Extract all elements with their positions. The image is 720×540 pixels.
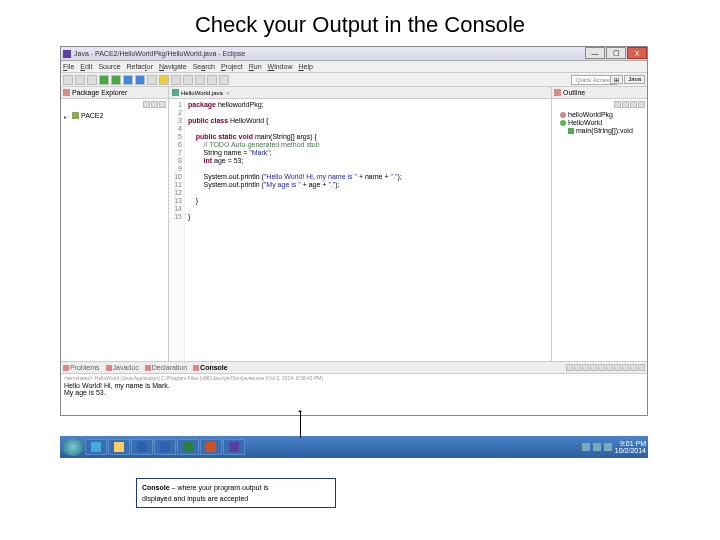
line-gutter: 123456789101112131415	[169, 99, 185, 361]
open-console-icon[interactable]	[622, 364, 629, 371]
bottom-panel: Problems Javadoc Declaration Console <te…	[61, 361, 647, 416]
start-button[interactable]	[62, 438, 84, 456]
windows-taskbar: 9:01 PM 10/2/2014	[60, 436, 648, 458]
maximize-button[interactable]: ▢	[606, 47, 626, 59]
outline-panel: Outline helloWorldPkg HelloWorld main(St…	[551, 87, 647, 361]
java-perspective-button[interactable]: Java	[624, 75, 645, 84]
package-explorer-body: ▸ PACE2	[61, 109, 168, 361]
sort-icon[interactable]	[614, 101, 621, 108]
back-icon[interactable]	[207, 75, 217, 85]
minimize-button[interactable]: —	[585, 47, 605, 59]
open-type-icon[interactable]	[147, 75, 157, 85]
taskbar-excel[interactable]	[177, 439, 199, 455]
outline-tab[interactable]: Outline	[552, 87, 647, 99]
remove-launch-icon[interactable]	[574, 364, 581, 371]
tab-declaration[interactable]: Declaration	[145, 364, 187, 371]
outline-icon	[554, 89, 561, 96]
expand-icon[interactable]: ▸	[64, 113, 70, 119]
tray-volume-icon[interactable]	[604, 443, 612, 451]
editor-panel: HelloWorld.java × 123456789101112131415 …	[169, 87, 551, 361]
tray-flag-icon[interactable]	[582, 443, 590, 451]
new-icon[interactable]	[63, 75, 73, 85]
tray-time[interactable]: 9:01 PM	[615, 440, 646, 447]
taskbar-word[interactable]	[154, 439, 176, 455]
editor-tab[interactable]: HelloWorld.java ×	[169, 87, 551, 99]
taskbar-ie[interactable]	[85, 439, 107, 455]
menu-run[interactable]: Run	[249, 63, 262, 70]
terminate-icon[interactable]	[566, 364, 573, 371]
scroll-lock-icon[interactable]	[598, 364, 605, 371]
javadoc-icon	[106, 365, 112, 371]
editor-body[interactable]: 123456789101112131415 package helloworld…	[169, 99, 551, 361]
excel-icon	[183, 442, 193, 452]
tab-javadoc[interactable]: Javadoc	[106, 364, 139, 371]
menu-search[interactable]: Search	[193, 63, 215, 70]
ie-icon	[91, 442, 101, 452]
hide-static-icon[interactable]	[630, 101, 637, 108]
tab-problems[interactable]: Problems	[63, 364, 100, 371]
console-output-line: My age is 53.	[64, 389, 644, 396]
mark-occurrences-icon[interactable]	[183, 75, 193, 85]
menu-project[interactable]: Project	[221, 63, 243, 70]
tree-item-project[interactable]: ▸ PACE2	[63, 111, 166, 120]
annotation-icon[interactable]	[195, 75, 205, 85]
collapse-all-icon[interactable]	[143, 101, 150, 108]
menu-file[interactable]: File	[63, 63, 74, 70]
menu-edit[interactable]: Edit	[80, 63, 92, 70]
minimize-view-icon[interactable]	[630, 364, 637, 371]
link-editor-icon[interactable]	[151, 101, 158, 108]
menu-refactor[interactable]: Refactor	[127, 63, 153, 70]
forward-icon[interactable]	[219, 75, 229, 85]
taskbar-outlook[interactable]	[131, 439, 153, 455]
hide-fields-icon[interactable]	[622, 101, 629, 108]
outline-item[interactable]: helloWorldPkg	[554, 111, 645, 119]
tray-date[interactable]: 10/2/2014	[615, 447, 646, 454]
system-tray: 9:01 PM 10/2/2014	[582, 440, 646, 454]
package-explorer-tab[interactable]: Package Explorer	[61, 87, 168, 99]
pin-console-icon[interactable]	[606, 364, 613, 371]
editor-tab-label: HelloWorld.java	[181, 90, 223, 96]
save-all-icon[interactable]	[87, 75, 97, 85]
menu-window[interactable]: Window	[268, 63, 293, 70]
console-header: <terminated> HelloWorld [Java Applicatio…	[64, 375, 644, 382]
taskbar-eclipse[interactable]	[223, 439, 245, 455]
outline-title: Outline	[563, 89, 585, 96]
run-icon[interactable]	[99, 75, 109, 85]
tab-console[interactable]: Console	[193, 364, 228, 371]
toolbar: Quick Access ⊞ Java	[61, 73, 647, 87]
open-perspective-button[interactable]: ⊞	[610, 75, 623, 84]
outline-item[interactable]: HelloWorld	[554, 119, 645, 127]
menu-source[interactable]: Source	[98, 63, 120, 70]
view-menu-icon[interactable]	[159, 101, 166, 108]
taskbar-powerpoint[interactable]	[200, 439, 222, 455]
package-explorer-toolbar	[61, 99, 168, 109]
hide-nonpublic-icon[interactable]	[638, 101, 645, 108]
menu-navigate[interactable]: Navigate	[159, 63, 187, 70]
eclipse-icon	[63, 50, 71, 58]
menubar: File Edit Source Refactor Navigate Searc…	[61, 61, 647, 73]
new-package-icon[interactable]	[123, 75, 133, 85]
display-selected-icon[interactable]	[614, 364, 621, 371]
debug-icon[interactable]	[111, 75, 121, 85]
code-area[interactable]: package helloworldPkg; public class Hell…	[185, 99, 405, 361]
close-button[interactable]: X	[627, 47, 647, 59]
remove-all-icon[interactable]	[582, 364, 589, 371]
eclipse-taskbar-icon	[229, 442, 239, 452]
clear-console-icon[interactable]	[590, 364, 597, 371]
package-dot-icon	[560, 112, 566, 118]
tray-network-icon[interactable]	[593, 443, 601, 451]
search-icon[interactable]	[159, 75, 169, 85]
toggle-breadcrumb-icon[interactable]	[171, 75, 181, 85]
new-class-icon[interactable]	[135, 75, 145, 85]
powerpoint-icon	[206, 442, 216, 452]
maximize-view-icon[interactable]	[638, 364, 645, 371]
taskbar-explorer[interactable]	[108, 439, 130, 455]
outlook-icon	[137, 442, 147, 452]
save-icon[interactable]	[75, 75, 85, 85]
outline-item[interactable]: main(String[]):void	[554, 127, 645, 135]
console-body[interactable]: <terminated> HelloWorld [Java Applicatio…	[61, 374, 647, 416]
close-tab-icon[interactable]: ×	[226, 90, 230, 96]
callout-box: Console – where your program output is d…	[136, 478, 336, 508]
menu-help[interactable]: Help	[298, 63, 312, 70]
project-icon	[72, 112, 79, 119]
